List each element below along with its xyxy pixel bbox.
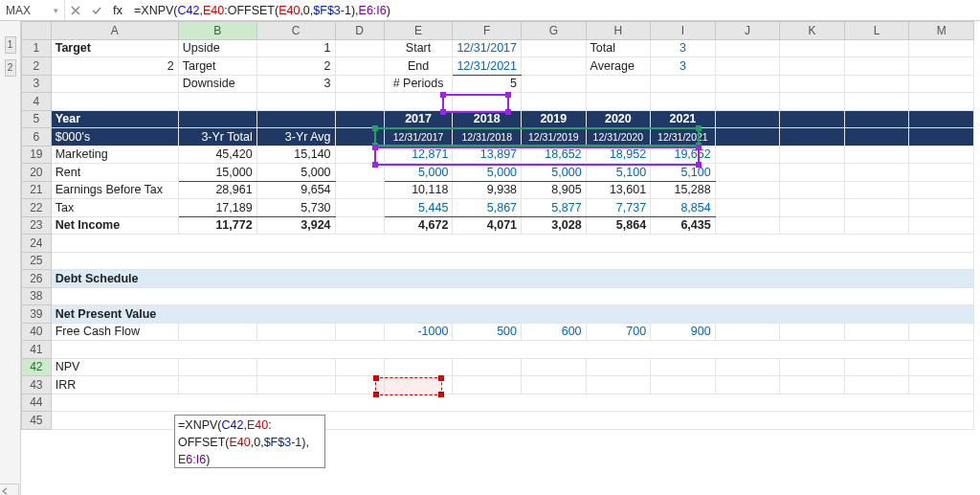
cell-F22[interactable]: 5,867: [453, 199, 522, 217]
cell-E40[interactable]: -1000: [384, 323, 453, 341]
cell-A19[interactable]: Marketing: [51, 146, 178, 164]
row-header[interactable]: 23: [22, 216, 52, 235]
col-F[interactable]: F: [453, 22, 522, 40]
col-B[interactable]: B: [178, 22, 256, 40]
cell-B23[interactable]: 11,772: [178, 216, 256, 235]
cell-A40[interactable]: Free Cash Flow: [51, 323, 178, 341]
cell-E3[interactable]: # Periods: [384, 75, 453, 93]
row-header[interactable]: 26: [22, 270, 52, 288]
cell-A26[interactable]: Debt Schedule: [51, 270, 973, 288]
cell-E6[interactable]: 12/31/2017: [384, 128, 453, 146]
cell-E19[interactable]: 12,871: [384, 146, 453, 164]
col-E[interactable]: E: [384, 22, 453, 40]
cell-I2[interactable]: 3: [651, 57, 716, 76]
cell-C20[interactable]: 5,000: [256, 164, 335, 182]
cell-C19[interactable]: 15,140: [256, 146, 335, 164]
cell-editor[interactable]: =XNPV(C42,E40: OFFSET(E40,0,$F$3-1), E6:…: [174, 415, 325, 468]
cell-A22[interactable]: Tax: [51, 199, 178, 217]
cell-I20[interactable]: 5,100: [651, 164, 716, 182]
cell-F23[interactable]: 4,071: [453, 216, 522, 235]
name-box[interactable]: MAX ▾: [0, 0, 65, 20]
insert-function-button[interactable]: fx: [107, 0, 128, 21]
cell-B21[interactable]: 28,961: [178, 181, 256, 199]
cell-H22[interactable]: 7,737: [586, 199, 651, 217]
cell-H5[interactable]: 2020: [586, 110, 651, 128]
cell-H2[interactable]: Average: [586, 57, 651, 76]
row-header[interactable]: 5: [22, 110, 52, 128]
row-header[interactable]: 38: [22, 287, 52, 305]
sheet-nav-corner[interactable]: [0, 484, 19, 495]
spreadsheet-grid[interactable]: A B C D E F G H I J K L M: [21, 21, 974, 430]
cell-A39[interactable]: Net Present Value: [51, 305, 973, 324]
cell-G23[interactable]: 3,028: [522, 216, 587, 235]
outline-level-2[interactable]: 2: [5, 59, 16, 77]
cell-B2[interactable]: Target: [178, 57, 256, 76]
row-header[interactable]: 24: [22, 235, 52, 253]
cell-A21[interactable]: Earnings Before Tax: [51, 181, 178, 199]
cell-A1[interactable]: Target: [51, 39, 178, 57]
cell-B3[interactable]: Downside: [178, 75, 256, 93]
row-header[interactable]: 6: [22, 128, 52, 146]
cell-I19[interactable]: 19,652: [651, 146, 716, 164]
row-header[interactable]: 43: [22, 376, 52, 394]
cell-C21[interactable]: 9,654: [256, 181, 335, 199]
cell-A20[interactable]: Rent: [51, 164, 178, 182]
name-box-dropdown-icon[interactable]: ▾: [54, 6, 58, 15]
cell-A43[interactable]: IRR: [51, 376, 178, 394]
cell-I22[interactable]: 8,854: [651, 199, 716, 217]
cell-F6[interactable]: 12/31/2018: [453, 128, 522, 146]
row-header[interactable]: 2: [22, 57, 52, 76]
row-header[interactable]: 44: [22, 394, 52, 412]
row-header[interactable]: 1: [22, 39, 52, 57]
cell-A6[interactable]: $000's: [51, 128, 178, 146]
cell-I6[interactable]: 12/31/2021: [651, 128, 716, 146]
cell-G21[interactable]: 8,905: [522, 181, 587, 199]
cell-F5[interactable]: 2018: [453, 110, 522, 128]
cell-C6[interactable]: 3-Yr Avg: [256, 128, 335, 146]
cell-H6[interactable]: 12/31/2020: [586, 128, 651, 146]
cell-G1[interactable]: [522, 39, 587, 57]
cell-A2[interactable]: 2: [51, 57, 178, 76]
cell-C1[interactable]: 1: [256, 39, 335, 57]
cell-B22[interactable]: 17,189: [178, 199, 256, 217]
cell-A5[interactable]: Year: [51, 110, 178, 128]
cell-E22[interactable]: 5,445: [384, 199, 453, 217]
col-D[interactable]: D: [335, 22, 384, 40]
cell-I1[interactable]: 3: [651, 39, 716, 57]
cell-B6[interactable]: 3-Yr Total: [178, 128, 256, 146]
cell-F21[interactable]: 9,938: [453, 181, 522, 199]
row-header[interactable]: 42: [22, 358, 52, 376]
cell-C22[interactable]: 5,730: [256, 199, 335, 217]
cell-G5[interactable]: 2019: [522, 110, 587, 128]
cell-F19[interactable]: 13,897: [453, 146, 522, 164]
row-header[interactable]: 40: [22, 323, 52, 341]
row-header[interactable]: 3: [22, 75, 52, 93]
row-header[interactable]: 21: [22, 181, 52, 199]
cell-B1[interactable]: Upside: [178, 39, 256, 57]
formula-input[interactable]: =XNPV(C42,E40:OFFSET(E40,0,$F$3-1),E6:I6…: [128, 0, 980, 20]
cell-A42[interactable]: NPV: [51, 358, 178, 376]
col-C[interactable]: C: [256, 22, 335, 40]
cell-G6[interactable]: 12/31/2019: [522, 128, 587, 146]
col-K[interactable]: K: [780, 22, 845, 40]
cell-H1[interactable]: Total: [586, 39, 651, 57]
cell-F20[interactable]: 5,000: [453, 164, 522, 182]
cell-H40[interactable]: 700: [586, 323, 651, 341]
cell-F3[interactable]: 5: [453, 75, 522, 93]
cell-E21[interactable]: 10,118: [384, 181, 453, 199]
cell-D1[interactable]: [335, 39, 384, 57]
cell-G40[interactable]: 600: [522, 323, 587, 341]
col-J[interactable]: J: [715, 22, 780, 40]
row-header[interactable]: 41: [22, 341, 52, 359]
cell-B20[interactable]: 15,000: [178, 164, 256, 182]
cell-E23[interactable]: 4,672: [384, 216, 453, 235]
col-I[interactable]: I: [651, 22, 716, 40]
cell-F2[interactable]: 12/31/2021: [453, 57, 522, 76]
row-header[interactable]: 20: [22, 164, 52, 182]
row-header[interactable]: 19: [22, 146, 52, 164]
cell-C3[interactable]: 3: [256, 75, 335, 93]
cell-G20[interactable]: 5,000: [522, 164, 587, 182]
cell-G22[interactable]: 5,877: [522, 199, 587, 217]
row-header[interactable]: 25: [22, 252, 52, 270]
cell-C2[interactable]: 2: [256, 57, 335, 76]
